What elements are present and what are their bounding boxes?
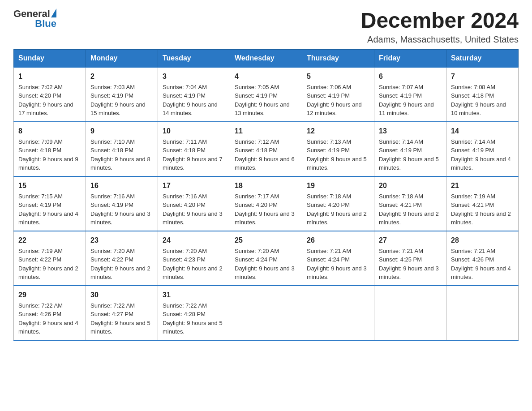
day-sunrise: Sunrise: 7:12 AM [235,138,279,145]
calendar-cell: 11 Sunrise: 7:12 AM Sunset: 4:18 PM Dayl… [230,122,302,176]
day-sunrise: Sunrise: 7:03 AM [90,84,135,90]
day-sunrise: Sunrise: 7:07 AM [379,84,423,90]
day-sunset: Sunset: 4:28 PM [163,311,206,317]
day-sunrise: Sunrise: 7:06 AM [307,84,351,90]
calendar-cell: 22 Sunrise: 7:19 AM Sunset: 4:22 PM Dayl… [14,231,86,286]
day-number: 10 [163,126,225,137]
day-sunset: Sunset: 4:18 PM [235,147,278,154]
column-header-friday: Friday [374,49,446,67]
day-sunrise: Sunrise: 7:08 AM [451,84,495,90]
day-daylight: Daylight: 9 hours and 2 minutes. [451,210,511,226]
day-number: 18 [235,180,297,191]
day-sunrise: Sunrise: 7:17 AM [235,193,279,200]
day-number: 20 [379,180,442,191]
calendar-cell: 25 Sunrise: 7:20 AM Sunset: 4:24 PM Dayl… [230,231,302,286]
day-sunset: Sunset: 4:20 PM [307,201,350,208]
day-sunrise: Sunrise: 7:13 AM [307,138,351,145]
day-daylight: Daylight: 9 hours and 15 minutes. [90,101,146,117]
day-number: 3 [163,71,225,82]
calendar-cell: 6 Sunrise: 7:07 AM Sunset: 4:19 PM Dayli… [374,67,446,122]
calendar-cell: 3 Sunrise: 7:04 AM Sunset: 4:19 PM Dayli… [158,67,230,122]
calendar-cell: 14 Sunrise: 7:14 AM Sunset: 4:19 PM Dayl… [446,122,519,176]
day-sunset: Sunset: 4:21 PM [451,201,494,208]
day-daylight: Daylight: 9 hours and 3 minutes. [235,265,295,281]
day-sunrise: Sunrise: 7:20 AM [163,248,207,254]
day-daylight: Daylight: 9 hours and 2 minutes. [163,265,223,281]
day-number: 12 [307,126,369,137]
day-number: 11 [235,126,297,137]
day-daylight: Daylight: 9 hours and 3 minutes. [90,210,150,226]
day-daylight: Daylight: 9 hours and 4 minutes. [18,210,78,226]
day-sunset: Sunset: 4:26 PM [451,256,494,263]
day-sunset: Sunset: 4:27 PM [90,311,133,317]
page-header: General Blue December 2024 Adams, Massac… [13,9,519,45]
calendar-cell: 19 Sunrise: 7:18 AM Sunset: 4:20 PM Dayl… [302,176,374,231]
day-number: 16 [90,180,153,191]
day-number: 5 [307,71,369,82]
day-sunrise: Sunrise: 7:02 AM [18,84,63,90]
day-sunset: Sunset: 4:18 PM [90,147,133,154]
day-number: 29 [18,290,81,300]
day-number: 13 [379,126,442,137]
calendar-cell: 15 Sunrise: 7:15 AM Sunset: 4:19 PM Dayl… [14,176,86,231]
day-number: 30 [90,290,153,300]
day-sunrise: Sunrise: 7:10 AM [90,138,135,145]
day-sunset: Sunset: 4:19 PM [235,92,278,99]
day-number: 24 [163,235,225,246]
day-number: 1 [18,71,81,82]
calendar-cell: 16 Sunrise: 7:16 AM Sunset: 4:19 PM Dayl… [86,176,158,231]
day-number: 6 [379,71,442,82]
calendar-cell: 20 Sunrise: 7:18 AM Sunset: 4:21 PM Dayl… [374,176,446,231]
day-daylight: Daylight: 9 hours and 11 minutes. [379,101,434,117]
logo-general-text: General [13,9,50,19]
day-daylight: Daylight: 9 hours and 4 minutes. [18,320,78,335]
day-sunset: Sunset: 4:19 PM [379,147,422,154]
calendar-cell [374,286,446,340]
day-daylight: Daylight: 9 hours and 5 minutes. [163,320,223,335]
calendar-cell [230,286,302,340]
day-sunset: Sunset: 4:23 PM [163,256,206,263]
calendar-header-row: SundayMondayTuesdayWednesdayThursdayFrid… [14,49,519,67]
day-sunrise: Sunrise: 7:21 AM [451,248,495,254]
day-number: 27 [379,235,442,246]
day-number: 25 [235,235,297,246]
day-sunset: Sunset: 4:26 PM [18,311,61,317]
day-sunset: Sunset: 4:20 PM [235,201,278,208]
day-daylight: Daylight: 9 hours and 2 minutes. [379,210,439,226]
day-number: 4 [235,71,297,82]
day-sunrise: Sunrise: 7:16 AM [163,193,207,200]
day-number: 9 [90,126,153,137]
day-sunrise: Sunrise: 7:18 AM [379,193,423,200]
day-sunset: Sunset: 4:24 PM [235,256,278,263]
day-sunrise: Sunrise: 7:15 AM [18,193,63,200]
calendar-cell: 1 Sunrise: 7:02 AM Sunset: 4:20 PM Dayli… [14,67,86,122]
calendar-week-row: 1 Sunrise: 7:02 AM Sunset: 4:20 PM Dayli… [14,67,519,122]
logo: General Blue [13,9,56,29]
day-number: 2 [90,71,153,82]
day-daylight: Daylight: 9 hours and 7 minutes. [163,156,223,171]
calendar-cell: 5 Sunrise: 7:06 AM Sunset: 4:19 PM Dayli… [302,67,374,122]
title-block: December 2024 Adams, Massachusetts, Unit… [361,9,519,45]
calendar-cell: 4 Sunrise: 7:05 AM Sunset: 4:19 PM Dayli… [230,67,302,122]
day-daylight: Daylight: 9 hours and 2 minutes. [18,265,78,281]
day-daylight: Daylight: 9 hours and 4 minutes. [451,156,511,171]
day-number: 26 [307,235,369,246]
day-number: 28 [451,235,514,246]
day-sunrise: Sunrise: 7:22 AM [90,302,135,309]
day-daylight: Daylight: 9 hours and 17 minutes. [18,101,73,117]
calendar-cell: 13 Sunrise: 7:14 AM Sunset: 4:19 PM Dayl… [374,122,446,176]
day-sunrise: Sunrise: 7:14 AM [451,138,495,145]
day-daylight: Daylight: 9 hours and 12 minutes. [307,101,362,117]
day-daylight: Daylight: 9 hours and 6 minutes. [235,156,295,171]
day-number: 23 [90,235,153,246]
calendar-cell: 24 Sunrise: 7:20 AM Sunset: 4:23 PM Dayl… [158,231,230,286]
day-sunrise: Sunrise: 7:16 AM [90,193,135,200]
day-daylight: Daylight: 9 hours and 3 minutes. [379,265,439,281]
calendar-cell: 7 Sunrise: 7:08 AM Sunset: 4:18 PM Dayli… [446,67,519,122]
day-sunrise: Sunrise: 7:20 AM [235,248,279,254]
day-sunrise: Sunrise: 7:18 AM [307,193,351,200]
day-sunset: Sunset: 4:19 PM [90,201,133,208]
day-sunrise: Sunrise: 7:21 AM [307,248,351,254]
column-header-sunday: Sunday [14,49,86,67]
day-daylight: Daylight: 9 hours and 5 minutes. [379,156,439,171]
